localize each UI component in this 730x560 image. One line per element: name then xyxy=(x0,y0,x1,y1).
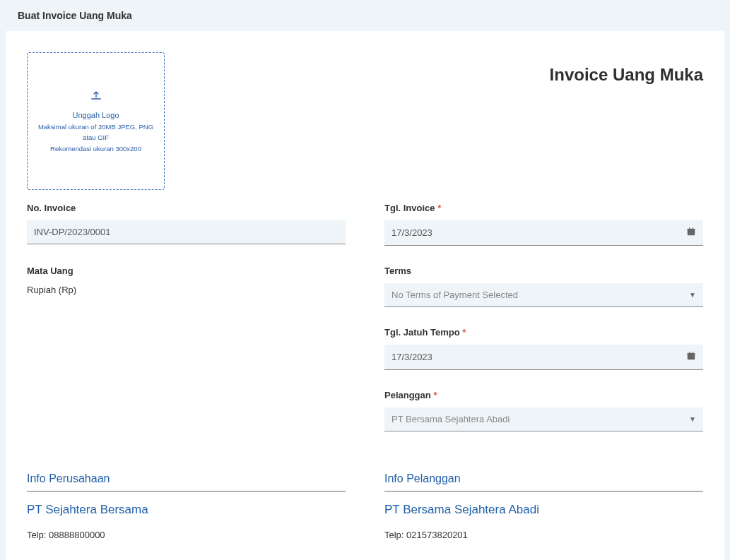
company-name: PT Sejahtera Bersama xyxy=(27,503,346,517)
calendar-icon xyxy=(686,351,696,363)
svg-rect-7 xyxy=(693,352,693,354)
svg-rect-3 xyxy=(693,227,693,230)
customer-phone: Telp: 021573820201 xyxy=(384,530,703,540)
invoice-card: Unggah Logo Maksimal ukuran of 20MB JPEG… xyxy=(6,31,724,560)
terms-label: Terms xyxy=(384,266,703,276)
tgl-invoice-input[interactable]: 17/3/2023 xyxy=(384,220,703,246)
tgl-jatuh-tempo-label: Tgl. Jatuh Tempo * xyxy=(384,327,703,338)
page-title: Buat Invoice Uang Muka xyxy=(0,0,730,31)
mata-uang-value: Rupiah (Rp) xyxy=(27,285,346,295)
svg-rect-5 xyxy=(688,353,695,355)
tgl-invoice-label: Tgl. Invoice * xyxy=(384,203,703,213)
pelanggan-label: Pelanggan * xyxy=(384,390,703,400)
no-invoice-input[interactable] xyxy=(27,220,346,244)
svg-rect-2 xyxy=(689,227,690,230)
pelanggan-select[interactable]: PT Bersama Sejahtera Abadi ▼ xyxy=(384,407,703,431)
calendar-icon xyxy=(686,227,696,239)
upload-subtext-2: Rekomendasi ukuran 300x200 xyxy=(50,144,141,154)
upload-icon xyxy=(89,88,103,110)
mata-uang-label: Mata Uang xyxy=(27,266,346,276)
tgl-jatuh-tempo-input[interactable]: 17/3/2023 xyxy=(384,345,703,370)
company-phone: Telp: 08888800000 xyxy=(27,530,346,540)
chevron-down-icon: ▼ xyxy=(689,291,696,299)
company-section-title: Info Perusahaan xyxy=(27,472,346,492)
terms-select[interactable]: No Terms of Payment Selected ▼ xyxy=(384,283,703,307)
upload-logo-box[interactable]: Unggah Logo Maksimal ukuran of 20MB JPEG… xyxy=(27,52,165,190)
invoice-heading: Invoice Uang Muka xyxy=(550,65,703,85)
no-invoice-label: No. Invoice xyxy=(27,203,346,213)
customer-name: PT Bersama Sejahtera Abadi xyxy=(384,503,703,517)
customer-section-title: Info Pelanggan xyxy=(384,472,703,492)
upload-subtext-1: Maksimal ukuran of 20MB JPEG, PNG atau G… xyxy=(35,122,157,143)
upload-title: Unggah Logo xyxy=(72,110,119,121)
chevron-down-icon: ▼ xyxy=(689,415,696,423)
svg-rect-1 xyxy=(688,229,695,230)
svg-rect-6 xyxy=(689,352,690,354)
